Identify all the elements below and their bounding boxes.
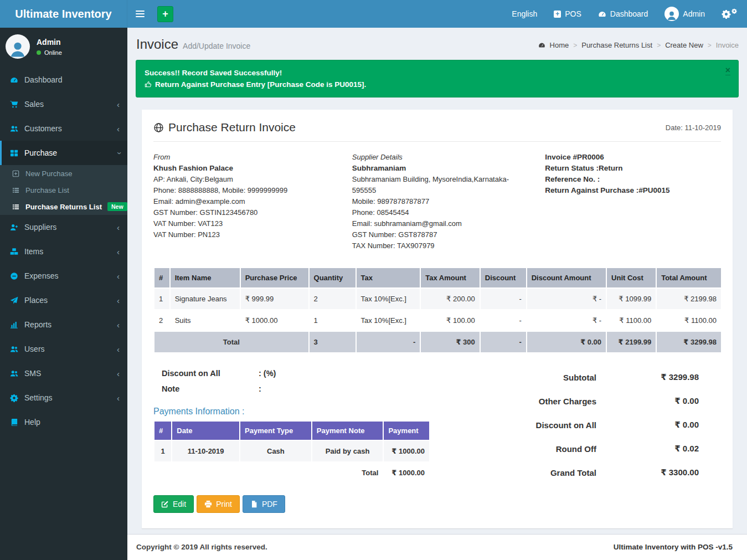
close-icon[interactable]: × bbox=[725, 66, 730, 75]
breadcrumb-separator: > bbox=[657, 42, 661, 49]
sidebar-item-sales[interactable]: Sales ‹ bbox=[0, 92, 127, 116]
print-button[interactable]: Print bbox=[197, 495, 240, 513]
users-icon bbox=[10, 125, 24, 133]
divider bbox=[153, 141, 721, 142]
chevron-left-icon: ‹ bbox=[117, 272, 120, 280]
reference-no: Reference No. : bbox=[545, 174, 721, 185]
invoice-info-row: From Khush Fashion Palace AP: Ankali, Ci… bbox=[153, 152, 721, 251]
sidebar-item-items[interactable]: Items ‹ bbox=[0, 239, 127, 264]
brand-logo[interactable]: Ultimate Inventory bbox=[0, 0, 127, 28]
copyright-text: Copyright © 2019 All rights reserved. bbox=[136, 543, 267, 551]
purchase-submenu: New Purchase Purchase List Purchase Retu… bbox=[0, 165, 127, 215]
payments-total-value: ₹ 1000.00 bbox=[383, 462, 429, 483]
from-line: Email: admin@example.com bbox=[153, 196, 341, 207]
sidebar-item-purchase-returns-list[interactable]: Purchase Returns List New bbox=[0, 198, 127, 215]
from-line: VAT Number: VAT123 bbox=[153, 218, 341, 229]
chevron-left-icon: ‹ bbox=[117, 321, 120, 329]
supplier-heading: Supplier Details bbox=[352, 152, 529, 163]
file-pdf-icon bbox=[250, 500, 258, 508]
sidebar-item-dashboard[interactable]: Dashboard bbox=[0, 68, 127, 92]
action-buttons: Edit Print PDF bbox=[153, 495, 721, 513]
sidebar-item-help[interactable]: Help bbox=[0, 410, 127, 434]
summary-row-discount: Discount on All ₹ 0.00 bbox=[466, 420, 699, 430]
summary-row-other-charges: Other Charges ₹ 0.00 bbox=[466, 396, 699, 406]
globe-icon bbox=[153, 122, 164, 133]
paper-plane-icon bbox=[10, 296, 24, 305]
chevron-left-icon: ‹ bbox=[117, 100, 120, 109]
cog-small-icon bbox=[731, 8, 737, 14]
pos-link[interactable]: + POS bbox=[545, 0, 590, 28]
navbar-right: English + POS Dashboard Admin bbox=[503, 0, 747, 28]
breadcrumb-create-new[interactable]: Create New bbox=[665, 41, 703, 49]
quick-add-button[interactable]: + bbox=[157, 6, 173, 22]
sidebar-item-sms[interactable]: SMS ‹ bbox=[0, 361, 127, 386]
supplier-line: Email: subhramaniam@gmail.com bbox=[352, 218, 529, 229]
cubes-icon bbox=[10, 248, 24, 256]
chevron-left-icon: ‹ bbox=[117, 345, 120, 353]
user-menu[interactable]: Admin bbox=[656, 0, 713, 28]
navbar: + English + POS Dashboard Admin bbox=[127, 0, 747, 28]
main-content: Invoice Add/Update Invoice Home > Purcha… bbox=[127, 28, 747, 560]
sidebar-item-purchase-list[interactable]: Purchase List bbox=[0, 182, 127, 198]
items-table-total-row: Total 3 - ₹ 300 - ₹ 0.00 ₹ 2199.99 ₹ 329… bbox=[154, 331, 721, 352]
invoice-date: Date: 11-10-2019 bbox=[666, 124, 721, 132]
payments-heading: Payments Information : bbox=[153, 407, 466, 417]
from-heading: From bbox=[153, 152, 341, 163]
sidebar-item-users[interactable]: Users ‹ bbox=[0, 337, 127, 361]
supplier-line: GST Number: GST878787 bbox=[352, 229, 529, 240]
payments-table-header-row: # Date Payment Type Payment Note Payment bbox=[154, 422, 429, 440]
sidebar-toggle-button[interactable] bbox=[127, 0, 153, 28]
below-table-section: Discount on All : (%) Note : Payments In… bbox=[153, 352, 721, 483]
success-alert: Success!! Record Saved Successfully! Ret… bbox=[136, 60, 739, 97]
sidebar: Admin Online Dashboard Sales ‹ Customers… bbox=[0, 28, 127, 560]
user-plus-icon bbox=[10, 223, 24, 232]
pencil-square-icon bbox=[161, 500, 169, 508]
edit-button[interactable]: Edit bbox=[153, 495, 194, 513]
from-line: Phone: 8888888888, Mobile: 9999999999 bbox=[153, 185, 341, 196]
settings-menu[interactable] bbox=[713, 0, 747, 28]
pdf-button[interactable]: PDF bbox=[243, 495, 285, 513]
chevron-left-icon: ‹ bbox=[117, 223, 120, 232]
dashboard-link[interactable]: Dashboard bbox=[590, 0, 657, 28]
plus-square-icon: + bbox=[554, 11, 561, 18]
sidebar-item-purchase[interactable]: Purchase ‹ bbox=[0, 141, 127, 165]
sidebar-user-status: Online bbox=[37, 49, 62, 56]
chevron-left-icon: ‹ bbox=[117, 248, 120, 256]
supplier-line: TAX Number: TAX907979 bbox=[352, 240, 529, 251]
list-icon bbox=[12, 187, 25, 194]
breadcrumb-purchase-returns-list[interactable]: Purchase Returns List bbox=[581, 41, 652, 49]
sidebar-item-places[interactable]: Places ‹ bbox=[0, 288, 127, 312]
items-table-header-row: # Item Name Purchase Price Quantity Tax … bbox=[154, 268, 721, 288]
from-line: AP: Ankali, City:Belgaum bbox=[153, 174, 341, 185]
chevron-left-icon: ‹ bbox=[117, 369, 120, 378]
items-table-row: 1 Signature Jeans ₹ 999.99 2 Tax 10%[Exc… bbox=[154, 288, 721, 310]
from-line: VAT Number: PN123 bbox=[153, 229, 341, 240]
return-against-purchase: Return Against Purchase :#PU0015 bbox=[545, 185, 721, 196]
sidebar-item-suppliers[interactable]: Suppliers ‹ bbox=[0, 215, 127, 239]
users-icon bbox=[10, 369, 24, 378]
payments-table: # Date Payment Type Payment Note Payment… bbox=[153, 422, 429, 483]
from-name: Khush Fashion Palace bbox=[153, 163, 341, 174]
breadcrumb: Home > Purchase Returns List > Create Ne… bbox=[538, 41, 739, 49]
summary-row-round-off: Round Off ₹ 0.02 bbox=[466, 444, 699, 454]
invoice-meta-block: Invoice #PR0006 Return Status :Return Re… bbox=[545, 152, 721, 251]
language-menu[interactable]: English bbox=[503, 0, 545, 28]
sidebar-item-customers[interactable]: Customers ‹ bbox=[0, 116, 127, 141]
from-block: From Khush Fashion Palace AP: Ankali, Ci… bbox=[153, 152, 352, 251]
tachometer-icon bbox=[598, 10, 606, 18]
sidebar-item-expenses[interactable]: Expenses ‹ bbox=[0, 264, 127, 288]
sidebar-item-new-purchase[interactable]: New Purchase bbox=[0, 165, 127, 182]
below-left: Discount on All : (%) Note : Payments In… bbox=[153, 352, 466, 483]
plus-square-outline-icon bbox=[12, 170, 25, 177]
supplier-line: Mobile: 9897878787877 bbox=[352, 196, 529, 207]
alert-line1: Success!! Record Saved Successfully! bbox=[145, 67, 730, 79]
items-table: # Item Name Purchase Price Quantity Tax … bbox=[153, 268, 721, 352]
from-line: GST Number: GSTIN123456780 bbox=[153, 207, 341, 218]
breadcrumb-home[interactable]: Home bbox=[550, 41, 569, 49]
sidebar-item-reports[interactable]: Reports ‹ bbox=[0, 312, 127, 337]
cogs-icon bbox=[722, 9, 731, 19]
alert-line2-row: Return Against Purchase Entry [Purchase … bbox=[145, 79, 730, 90]
discount-on-all-label: Discount on All bbox=[162, 369, 259, 378]
footer: Copyright © 2019 All rights reserved. Ul… bbox=[127, 534, 747, 560]
sidebar-item-settings[interactable]: Settings ‹ bbox=[0, 386, 127, 410]
